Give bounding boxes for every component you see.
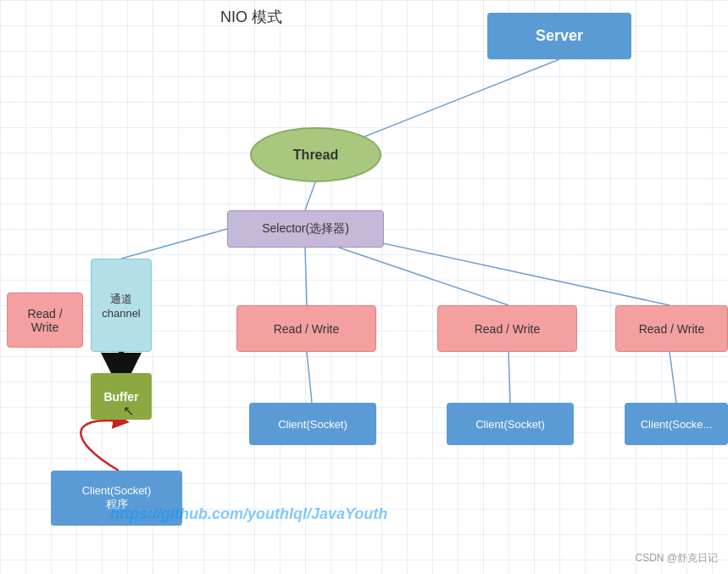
rw-left-l2: Write — [31, 320, 58, 334]
svg-line-3 — [305, 248, 307, 305]
rw-left-l1: Read / — [27, 307, 62, 320]
buffer-node: Buffer — [91, 373, 152, 420]
svg-line-1 — [305, 182, 315, 210]
client-local-node: Client(Socket) 程序 — [51, 471, 182, 526]
svg-line-5 — [356, 237, 670, 305]
diagram: NIO 模式 Server Thread Selector(选择器) 通道 ch… — [0, 0, 728, 574]
read-write-1-node: Read / Write — [236, 305, 376, 352]
read-write-2-node: Read / Write — [437, 305, 577, 352]
svg-line-2 — [121, 229, 227, 259]
svg-line-7 — [508, 352, 510, 403]
read-write-3-node: Read / Write — [615, 305, 728, 352]
client-3-node: Client(Socke... — [625, 403, 728, 445]
cursor-icon: ↖ — [123, 403, 134, 419]
channel-line1: 通道 — [110, 292, 132, 307]
client-local-l1: Client(Socket) — [82, 484, 152, 497]
client-local-l2: 程序 — [106, 497, 128, 512]
csdn-label: CSDN @舒克日记 — [635, 551, 718, 566]
svg-line-4 — [339, 248, 508, 305]
channel-node: 通道 channel — [91, 259, 152, 352]
diagram-title: NIO 模式 — [220, 7, 282, 27]
thread-node: Thread — [250, 127, 381, 182]
selector-node: Selector(选择器) — [227, 210, 384, 248]
server-node: Server — [487, 13, 631, 59]
client-1-node: Client(Socket) — [249, 403, 376, 445]
channel-line2: channel — [102, 307, 141, 320]
svg-line-8 — [670, 352, 676, 403]
client-2-node: Client(Socket) — [447, 403, 574, 445]
svg-line-6 — [307, 352, 312, 403]
read-write-left-node: Read / Write — [7, 293, 83, 348]
